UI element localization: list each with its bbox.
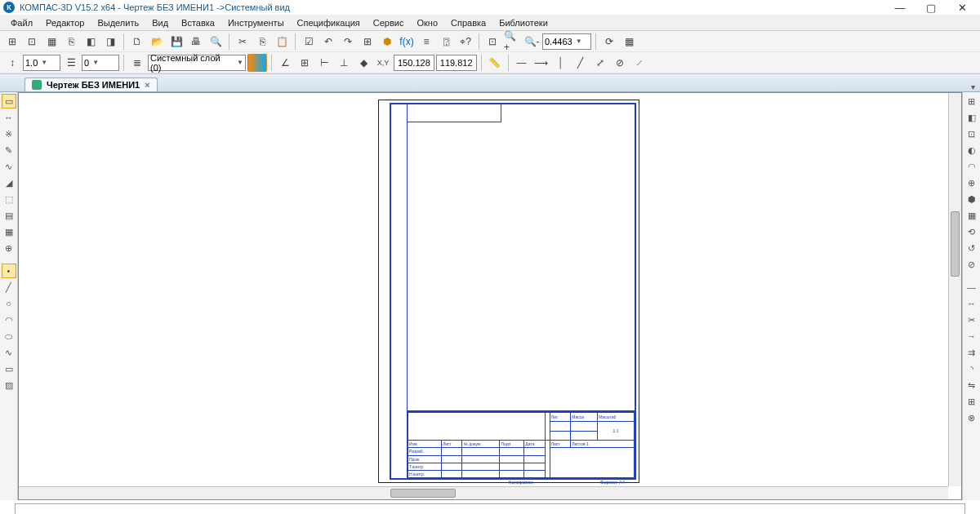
line-style-6[interactable]: ⊘ [611, 54, 629, 72]
r-tool-off[interactable]: ⇉ [964, 345, 979, 360]
zoom-combo[interactable]: 0.4463▼ [542, 33, 591, 50]
scrollbar-horizontal[interactable] [19, 486, 948, 499]
ellipse-tool[interactable]: ⬭ [2, 329, 16, 343]
zoom-out-icon[interactable]: 🔍- [523, 33, 541, 51]
r-tool-4[interactable]: ◐ [964, 143, 979, 157]
whatsthis-icon[interactable]: ⌖? [457, 33, 474, 51]
report-tool[interactable]: ▦ [2, 224, 16, 239]
close-button[interactable]: ✕ [954, 2, 970, 14]
menu-view[interactable]: Вид [146, 16, 174, 29]
preview-button[interactable]: 🔍 [207, 33, 225, 51]
tabs-overflow[interactable]: ▾ [966, 82, 980, 91]
r-tool-8[interactable]: ▦ [964, 208, 979, 223]
r-tool-arr[interactable]: ⊞ [964, 394, 979, 409]
r-tool-trim[interactable]: ✂ [964, 312, 979, 327]
symbols-tool[interactable]: ※ [2, 126, 16, 141]
view-tool-4[interactable]: ⎘ [62, 33, 80, 51]
view-tool-5[interactable]: ◧ [82, 33, 100, 51]
r-tool-mir[interactable]: ⇋ [964, 378, 979, 392]
menu-service[interactable]: Сервис [368, 16, 410, 29]
maximize-button[interactable]: ▢ [923, 2, 939, 14]
message-bar[interactable] [15, 503, 965, 514]
new-button[interactable]: 🗋 [128, 33, 146, 51]
paste-button[interactable]: 📋 [273, 33, 291, 51]
r-tool-5[interactable]: ◠ [964, 159, 979, 174]
r-tool-7[interactable]: ⬢ [964, 192, 979, 206]
layers-button[interactable]: ≣ [128, 54, 146, 72]
library-icon[interactable]: ⬢ [378, 33, 396, 51]
print-button[interactable]: 🖶 [187, 33, 205, 51]
snap-ortho-icon[interactable]: ⊢ [315, 54, 333, 72]
line-style-5[interactable]: ⤢ [591, 54, 609, 72]
select-tool[interactable]: ⬚ [2, 192, 16, 206]
view-tool-3[interactable]: ▦ [42, 33, 60, 51]
menu-spec[interactable]: Спецификация [292, 16, 366, 29]
r-tool-last[interactable]: ⊗ [964, 410, 979, 425]
line-tool[interactable]: ╱ [2, 280, 16, 295]
menu-tools[interactable]: Инструменты [222, 16, 290, 29]
line-style-7[interactable]: ⟋ [630, 54, 648, 72]
step-icon[interactable]: ↕ [3, 54, 21, 72]
redo-button[interactable]: ↷ [339, 33, 357, 51]
r-tool-1[interactable]: ⊞ [964, 94, 979, 109]
layer-combo[interactable]: Системный слой (0)▼ [148, 55, 246, 71]
spline-tool[interactable]: ∿ [2, 345, 16, 360]
r-tool-ext[interactable]: → [964, 329, 979, 343]
params-tool[interactable]: ∿ [2, 159, 16, 174]
undo-button[interactable]: ↶ [319, 33, 337, 51]
menu-insert[interactable]: Вставка [176, 16, 220, 29]
redraw-icon[interactable]: ▦ [620, 33, 638, 51]
view-tool-1[interactable]: ⊞ [3, 33, 21, 51]
line-style-4[interactable]: ╱ [572, 54, 590, 72]
r-tool-11[interactable]: ⊘ [964, 257, 979, 272]
canvas[interactable]: Лит.МассаМасштаб 1:1 Изм.Лист№ докум.Под… [18, 92, 962, 500]
layer-index[interactable]: 0▼ [82, 55, 119, 71]
menu-editor[interactable]: Редактор [40, 16, 90, 29]
vars-icon[interactable]: ≡ [417, 33, 435, 51]
scale-combo[interactable]: 1.0▼ [23, 55, 60, 71]
point-tool[interactable]: • [2, 264, 16, 278]
help-context-icon[interactable]: ⍰ [437, 33, 455, 51]
menu-select[interactable]: Выделить [91, 16, 145, 29]
layer-icon[interactable]: ☰ [62, 54, 80, 72]
snap-local-icon[interactable]: ◆ [354, 54, 372, 72]
circle-tool[interactable]: ○ [2, 296, 16, 311]
zoom-window-icon[interactable]: ⊡ [483, 33, 501, 51]
coord-x[interactable]: 150.128 [394, 55, 434, 71]
r-tool-line[interactable]: — [964, 280, 979, 295]
coord-y[interactable]: 119.812 [436, 55, 477, 71]
save-button[interactable]: 💾 [167, 33, 185, 51]
r-tool-9[interactable]: ⟲ [964, 224, 979, 239]
r-tool-2[interactable]: ◧ [964, 110, 979, 125]
zoom-in-icon[interactable]: 🔍+ [503, 33, 521, 51]
tab-close-icon[interactable]: × [145, 80, 149, 90]
menu-help[interactable]: Справка [445, 16, 492, 29]
r-tool-10[interactable]: ↺ [964, 241, 979, 255]
rect-tool[interactable]: ▭ [2, 361, 16, 376]
color-swatch[interactable] [247, 54, 267, 72]
view-tool-6[interactable]: ◨ [101, 33, 119, 51]
view-tool-2[interactable]: ⊡ [23, 33, 41, 51]
snap-perp-icon[interactable]: ⊥ [335, 54, 353, 72]
scrollbar-vertical[interactable] [948, 93, 961, 486]
properties-button[interactable]: ☑ [300, 33, 318, 51]
geometry-tool[interactable]: ▭ [2, 94, 16, 109]
calc-icon[interactable]: ⊞ [359, 33, 376, 51]
line-style-1[interactable]: — [513, 54, 531, 72]
arc-tool[interactable]: ◠ [2, 312, 16, 327]
document-tab[interactable]: Чертеж БЕЗ ИМЕНИ1 × [24, 78, 158, 91]
r-tool-fil[interactable]: ◝ [964, 361, 979, 376]
r-tool-dim[interactable]: ↔ [964, 296, 979, 311]
measure-tool[interactable]: ◢ [2, 175, 16, 190]
line-style-2[interactable]: ⟶ [532, 54, 550, 72]
hatch-tool[interactable]: ▨ [2, 378, 16, 392]
open-button[interactable]: 📂 [148, 33, 166, 51]
fx-icon[interactable]: f(x) [398, 33, 416, 51]
copy-button[interactable]: ⎘ [253, 33, 271, 51]
r-tool-6[interactable]: ⊕ [964, 175, 979, 190]
line-style-3[interactable]: │ [552, 54, 570, 72]
refresh-icon[interactable]: ⟳ [600, 33, 618, 51]
cut-button[interactable]: ✂ [234, 33, 252, 51]
insert-tool[interactable]: ⊕ [2, 241, 16, 255]
snap-grid-icon[interactable]: ⊞ [296, 54, 314, 72]
